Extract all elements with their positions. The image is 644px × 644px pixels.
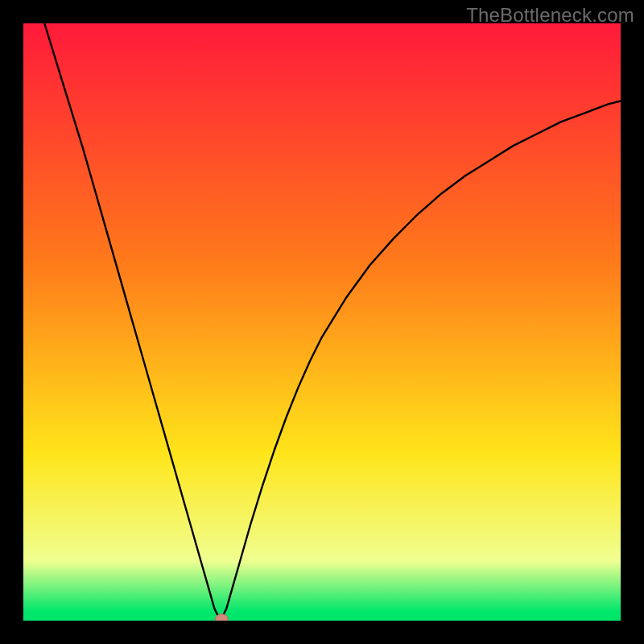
chart-canvas	[23, 23, 621, 621]
optimal-point-marker	[215, 614, 228, 621]
gradient-background	[23, 23, 621, 621]
watermark-text: TheBottleneck.com	[466, 4, 634, 27]
chart-frame	[23, 23, 621, 621]
